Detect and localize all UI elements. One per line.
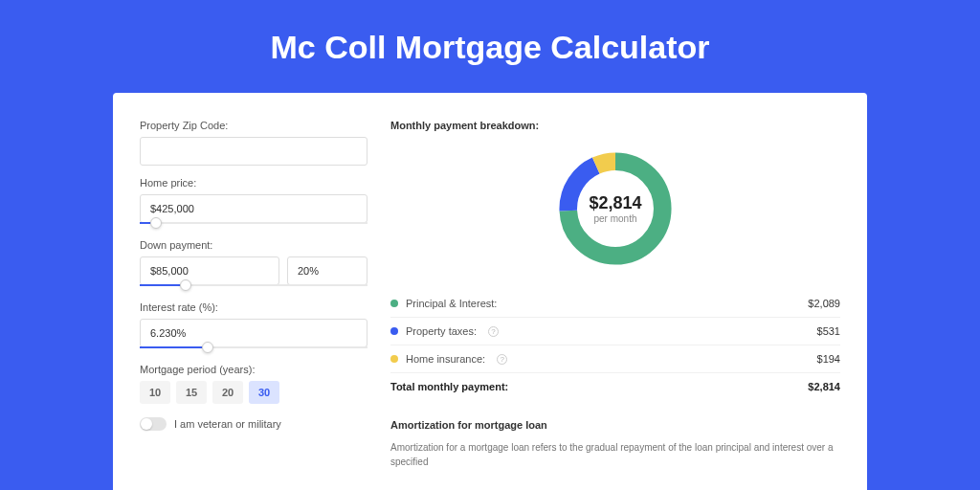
legend-value: $531 bbox=[817, 325, 840, 337]
slider-thumb-icon[interactable] bbox=[202, 342, 213, 353]
donut-amount: $2,814 bbox=[589, 193, 641, 213]
legend-dot-icon bbox=[390, 355, 398, 363]
donut-sub: per month bbox=[593, 213, 636, 224]
breakdown-panel: Monthly payment breakdown: $2,814 per mo… bbox=[390, 120, 840, 490]
period-button-20[interactable]: 20 bbox=[212, 381, 243, 404]
period-button-10[interactable]: 10 bbox=[140, 381, 170, 404]
interest-rate-input[interactable] bbox=[140, 319, 368, 347]
slider-thumb-icon[interactable] bbox=[150, 217, 162, 229]
legend-row: Home insurance:?$194 bbox=[390, 345, 840, 373]
donut-chart: $2,814 per month bbox=[553, 146, 678, 271]
zip-label: Property Zip Code: bbox=[140, 120, 368, 131]
veteran-toggle[interactable] bbox=[140, 417, 167, 431]
period-button-15[interactable]: 15 bbox=[176, 381, 207, 404]
calculator-card: Property Zip Code: Home price: Down paym… bbox=[113, 93, 867, 490]
info-icon[interactable]: ? bbox=[488, 326, 499, 337]
slider-thumb-icon[interactable] bbox=[180, 279, 191, 291]
legend-label: Home insurance: bbox=[406, 353, 485, 365]
toggle-knob-icon bbox=[141, 418, 152, 430]
period-label: Mortgage period (years): bbox=[140, 364, 368, 375]
amortization-text: Amortization for a mortgage loan refers … bbox=[390, 440, 840, 469]
legend-row: Property taxes:?$531 bbox=[390, 318, 840, 345]
home-price-input[interactable] bbox=[140, 194, 368, 223]
period-button-30[interactable]: 30 bbox=[249, 381, 279, 404]
interest-rate-slider[interactable] bbox=[140, 346, 368, 352]
down-payment-label: Down payment: bbox=[140, 239, 368, 251]
veteran-label: I am veteran or military bbox=[174, 418, 281, 430]
legend-label: Property taxes: bbox=[406, 325, 477, 337]
home-price-slider[interactable] bbox=[140, 222, 368, 228]
total-value: $2,814 bbox=[808, 381, 840, 392]
interest-rate-label: Interest rate (%): bbox=[140, 301, 368, 313]
legend-row: Principal & Interest:$2,089 bbox=[390, 290, 840, 318]
home-price-field: Home price: bbox=[140, 177, 368, 228]
zip-field: Property Zip Code: bbox=[140, 120, 368, 166]
legend-label: Principal & Interest: bbox=[406, 298, 497, 309]
total-row: Total monthly payment: $2,814 bbox=[390, 373, 840, 400]
legend-dot-icon bbox=[390, 300, 398, 307]
down-payment-slider[interactable] bbox=[140, 284, 368, 290]
home-price-label: Home price: bbox=[140, 177, 368, 189]
veteran-row: I am veteran or military bbox=[140, 417, 368, 431]
interest-rate-field: Interest rate (%): bbox=[140, 301, 368, 352]
legend-dot-icon bbox=[390, 327, 398, 335]
info-icon[interactable]: ? bbox=[497, 354, 507, 365]
total-label: Total monthly payment: bbox=[390, 381, 508, 392]
input-panel: Property Zip Code: Home price: Down paym… bbox=[140, 120, 368, 490]
down-payment-pct-input[interactable] bbox=[287, 256, 368, 285]
breakdown-title: Monthly payment breakdown: bbox=[390, 120, 840, 131]
period-field: Mortgage period (years): 10152030 bbox=[140, 364, 368, 404]
zip-input[interactable] bbox=[140, 137, 368, 166]
legend-value: $2,089 bbox=[808, 298, 840, 309]
legend-value: $194 bbox=[817, 353, 840, 365]
down-payment-field: Down payment: bbox=[140, 239, 368, 290]
page-title: Mc Coll Mortgage Calculator bbox=[0, 29, 980, 66]
down-payment-input[interactable] bbox=[140, 256, 279, 285]
amortization-title: Amortization for mortgage loan bbox=[390, 419, 840, 431]
